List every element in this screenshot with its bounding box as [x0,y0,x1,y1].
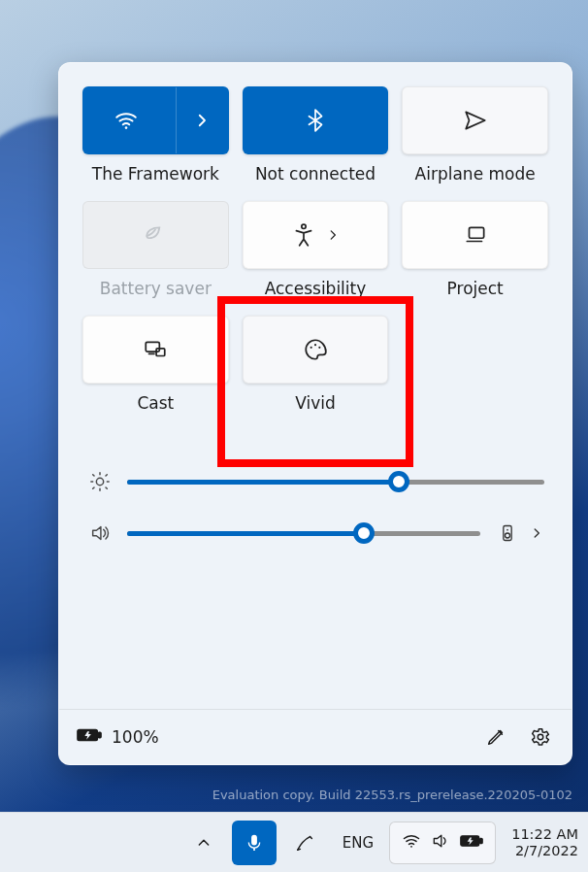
speaker-icon [86,522,114,544]
tile-project: Project [402,201,548,298]
tile-cast: Cast [82,316,229,413]
battery-saver-button [82,201,229,269]
svg-rect-17 [480,838,483,843]
chevron-right-icon [326,222,340,248]
battery-text: 100% [112,727,159,747]
project-label: Project [447,279,504,298]
pen-menu-button[interactable] [282,821,327,865]
svg-point-7 [318,347,320,349]
cast-button[interactable] [82,316,229,384]
settings-button[interactable] [527,723,554,751]
svg-rect-2 [469,227,483,238]
svg-point-14 [538,734,543,740]
chevron-right-icon [193,108,211,133]
svg-point-11 [506,529,508,531]
tile-wifi: The Framework [82,86,229,184]
bluetooth-button[interactable] [243,86,389,154]
svg-point-15 [410,846,412,848]
taskbar: ENG 11:22 AM 2/7/2022 [0,812,588,872]
cast-icon [143,337,168,362]
tile-airplane: Airplane mode [402,86,548,184]
watermark-build: Evaluation copy. Build 22553.rs_prerelea… [212,788,572,802]
brightness-slider[interactable] [127,480,544,485]
svg-rect-13 [98,732,101,738]
tile-bluetooth: Not connected [243,86,389,184]
volume-row [86,520,544,547]
volume-slider[interactable] [127,531,480,536]
tray-overflow-button[interactable] [181,821,226,865]
accessibility-icon [291,222,316,248]
audio-output-more[interactable] [529,520,544,547]
clock-button[interactable]: 11:22 AM 2/7/2022 [502,826,578,858]
project-button[interactable] [402,201,548,269]
tile-battery-saver: Battery saver [82,201,229,298]
svg-point-0 [125,126,128,129]
brightness-icon [86,471,114,492]
airplane-icon [463,108,488,133]
svg-rect-3 [147,342,160,352]
sliders-section [59,419,572,584]
audio-output-button[interactable] [494,520,521,547]
quick-settings-panel: The Framework Not connected [58,62,572,765]
tray-battery-icon [460,833,483,852]
language-button[interactable]: ENG [333,821,383,865]
tray-volume-icon [431,831,450,854]
quick-settings-grid: The Framework Not connected [59,63,572,419]
watermark: Evaluation copy. Build 22553.rs_prerelea… [212,788,572,802]
language-text: ENG [343,834,374,852]
battery-saver-label: Battery saver [100,279,212,298]
vivid-label: Vivid [295,393,336,413]
system-tray[interactable] [389,822,496,864]
edit-button[interactable] [482,723,509,751]
svg-point-5 [310,347,312,349]
palette-icon [303,337,328,362]
svg-point-8 [96,478,103,485]
svg-point-1 [302,224,306,228]
airplane-button[interactable] [402,86,548,154]
svg-point-10 [506,533,510,538]
vivid-button[interactable] [243,316,389,384]
accessibility-button[interactable] [243,201,389,269]
airplane-label: Airplane mode [415,164,536,184]
project-icon [463,222,488,248]
accessibility-label: Accessibility [265,279,367,298]
svg-point-6 [314,344,316,346]
tile-vivid: Vivid [243,316,389,413]
microphone-button[interactable] [232,821,277,865]
clock-time: 11:22 AM [511,826,578,843]
wifi-toggle[interactable] [83,87,170,153]
battery-status[interactable]: 100% [77,726,159,748]
wifi-icon [114,108,139,133]
battery-leaf-icon [143,222,168,248]
clock-date: 2/7/2022 [515,843,578,859]
bluetooth-icon [303,108,328,133]
brightness-row [86,471,544,492]
bluetooth-label: Not connected [255,164,376,184]
cast-label: Cast [137,393,174,413]
panel-footer: 100% [59,709,572,764]
wifi-label: The Framework [92,164,219,184]
tray-wifi-icon [402,831,421,854]
wifi-button[interactable] [82,86,229,154]
wifi-more[interactable] [176,87,228,153]
battery-icon [77,726,102,748]
tile-accessibility: Accessibility [243,201,389,298]
